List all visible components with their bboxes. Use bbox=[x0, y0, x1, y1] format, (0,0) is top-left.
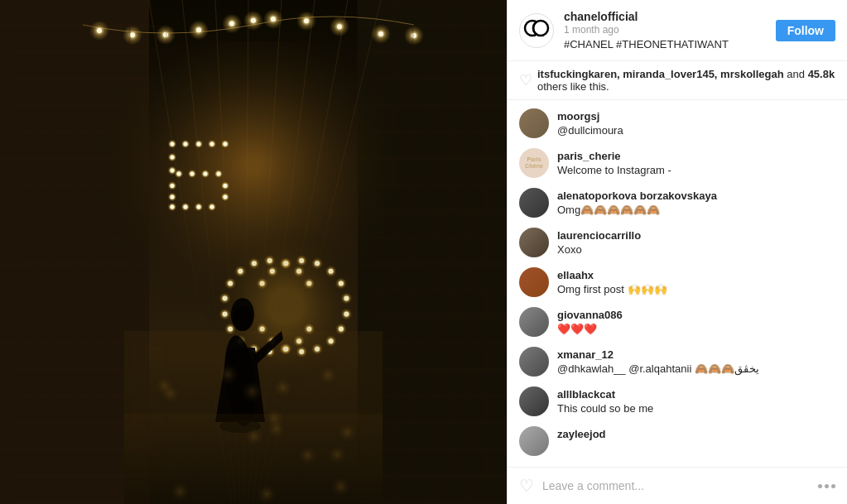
right-panel: chanelofficial 1 month ago #CHANEL #THEO… bbox=[507, 0, 847, 504]
likes-others-text: and bbox=[787, 68, 805, 80]
more-options-button[interactable] bbox=[818, 484, 835, 488]
comment-username[interactable]: laurenciocarrillo bbox=[557, 229, 641, 242]
liker-names[interactable]: itsfuckingkaren, miranda_lover145, mrsko… bbox=[537, 68, 784, 80]
comment-avatar[interactable] bbox=[519, 188, 549, 218]
comment-text: Omg🙈🙈🙈🙈🙈🙈 bbox=[557, 204, 835, 216]
comment-avatar[interactable] bbox=[519, 108, 549, 138]
comment-username[interactable]: giovanna086 bbox=[557, 309, 623, 321]
comment-content: alllblackcatThis could so be me bbox=[557, 386, 835, 415]
comment-avatar[interactable] bbox=[519, 386, 549, 416]
comment-input[interactable] bbox=[542, 479, 810, 492]
comment-item: xmanar_12@dhkawlah__ @r.alqahtanii 🙈🙈🙈يخ… bbox=[508, 342, 847, 382]
comment-item: moorgsj@dullcimoura bbox=[508, 103, 847, 143]
likes-count: 45.8k bbox=[808, 68, 835, 80]
comment-username[interactable]: zayleejod bbox=[557, 428, 606, 440]
post-username[interactable]: chanelofficial bbox=[564, 10, 768, 23]
post-header-info: chanelofficial 1 month ago #CHANEL #THEO… bbox=[564, 10, 768, 50]
comment-text: @dhkawlah__ @r.alqahtanii 🙈🙈🙈يخڤق bbox=[557, 362, 835, 375]
profile-avatar[interactable] bbox=[519, 13, 554, 48]
dot-1 bbox=[818, 484, 822, 488]
comment-item: giovanna086❤️❤️❤️ bbox=[508, 302, 847, 342]
chanel-logo-icon bbox=[523, 19, 550, 42]
comment-avatar[interactable] bbox=[519, 426, 549, 456]
add-comment-section: ♡ bbox=[508, 467, 847, 504]
comment-username[interactable]: alenatoporkova borzakovskaya bbox=[557, 190, 717, 202]
comment-avatar[interactable]: ParisChérie bbox=[519, 148, 549, 178]
comment-item: ellaahxOmg first post 🙌🙌🙌 bbox=[508, 262, 847, 302]
comment-username[interactable]: xmanar_12 bbox=[557, 348, 614, 361]
comment-content: zayleejod bbox=[557, 426, 835, 442]
comment-item: zayleejod bbox=[508, 421, 847, 461]
comment-content: xmanar_12@dhkawlah__ @r.alqahtanii 🙈🙈🙈يخ… bbox=[557, 347, 835, 375]
comment-item: ParisChérieparis_cherieWelcome to Instag… bbox=[508, 143, 847, 183]
comment-text: Omg first post 🙌🙌🙌 bbox=[557, 283, 835, 295]
like-heart-icon[interactable]: ♡ bbox=[519, 71, 532, 89]
comment-avatar[interactable] bbox=[519, 228, 549, 257]
post-image bbox=[0, 0, 507, 504]
comment-username[interactable]: ellaahx bbox=[557, 269, 594, 281]
comment-avatar[interactable] bbox=[519, 267, 549, 297]
post-time: 1 month ago bbox=[564, 24, 768, 36]
comment-username[interactable]: paris_cherie bbox=[557, 150, 621, 162]
comment-content: moorgsj@dullcimoura bbox=[557, 108, 835, 137]
comment-text: Xoxo bbox=[557, 243, 835, 256]
likes-text: itsfuckingkaren, miranda_lover145, mrsko… bbox=[537, 68, 835, 93]
comment-username[interactable]: alllblackcat bbox=[557, 388, 615, 401]
comment-username[interactable]: moorgsj bbox=[557, 110, 599, 122]
comment-content: ellaahxOmg first post 🙌🙌🙌 bbox=[557, 267, 835, 295]
comment-content: alenatoporkova borzakovskayaOmg🙈🙈🙈🙈🙈🙈 bbox=[557, 188, 835, 216]
comment-content: giovanna086❤️❤️❤️ bbox=[557, 307, 835, 335]
comment-heart-icon[interactable]: ♡ bbox=[519, 476, 534, 496]
comment-item: alenatoporkova borzakovskayaOmg🙈🙈🙈🙈🙈🙈 bbox=[508, 183, 847, 223]
likes-section: ♡ itsfuckingkaren, miranda_lover145, mrs… bbox=[508, 61, 847, 100]
comment-avatar[interactable] bbox=[519, 347, 549, 377]
comment-text: Welcome to Instagram - bbox=[557, 164, 835, 176]
comment-item: alllblackcatThis could so be me bbox=[508, 382, 847, 421]
comments-section[interactable]: moorgsj@dullcimouraParisChérieparis_cher… bbox=[508, 100, 847, 467]
likes-suffix: others like this. bbox=[537, 80, 609, 93]
post-caption: #CHANEL #THEONETHATIWANT bbox=[564, 38, 768, 50]
comment-text: @dullcimoura bbox=[557, 124, 835, 137]
dot-3 bbox=[831, 484, 835, 488]
post-header: chanelofficial 1 month ago #CHANEL #THEO… bbox=[508, 0, 847, 61]
comment-content: paris_cherieWelcome to Instagram - bbox=[557, 148, 835, 176]
comment-item: laurenciocarrilloXoxo bbox=[508, 223, 847, 262]
dot-2 bbox=[825, 484, 829, 488]
comment-avatar[interactable] bbox=[519, 307, 549, 337]
follow-button[interactable]: Follow bbox=[776, 20, 835, 41]
comment-text: ❤️❤️❤️ bbox=[557, 323, 835, 335]
comment-content: laurenciocarrilloXoxo bbox=[557, 228, 835, 256]
comment-text: This could so be me bbox=[557, 402, 835, 415]
